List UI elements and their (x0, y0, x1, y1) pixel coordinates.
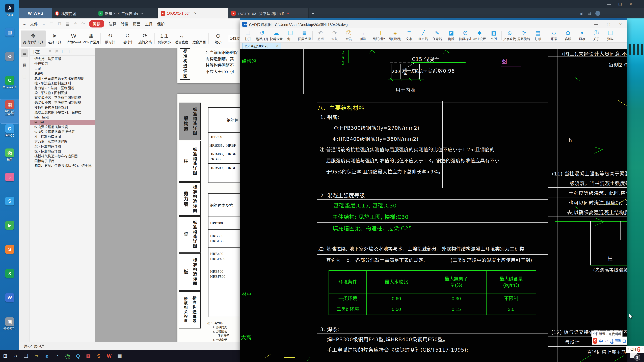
menu-item[interactable]: 保护 (157, 21, 165, 27)
toolbar-button[interactable] (100, 33, 101, 44)
bookmark-item[interactable]: 国标电子书库 (30, 159, 94, 164)
cad-canvas[interactable]: 结构的 材中 大高 250 C15 混凝土 素土夯实压实系数0.96 200 墙… (240, 49, 627, 362)
taskbar-icon[interactable]: ⊞ (0, 350, 10, 362)
save-icon[interactable]: ⊡ (58, 21, 61, 26)
menu-file[interactable]: 文件 (30, 21, 38, 27)
toolbar-button[interactable]: ↻ 顺时针 (102, 32, 119, 44)
menu-read-active[interactable]: 阅读 (89, 20, 104, 27)
cad-toolbar-button[interactable]: ↔ 测量 (356, 30, 370, 41)
toolbar-button[interactable]: ▦ PDF转图片 (82, 32, 100, 44)
cad-toolbar-button[interactable]: Ω 客服 (561, 30, 575, 41)
toolbar-button[interactable] (154, 33, 155, 44)
bookmark-item[interactable]: 剪力墙 - 标准构造详图 (30, 139, 94, 144)
desktop-icon[interactable]: W (0, 292, 19, 317)
bookmark-item[interactable]: 请支持、购买正版 (30, 57, 94, 61)
taskbar-icon[interactable]: ▱ (31, 350, 42, 362)
cad-toolbar-button[interactable]: ❑ 图纸对比 (372, 30, 386, 41)
bookmark-item[interactable]: 剪力墙 - 平法施工图制图规 (30, 86, 94, 91)
taskbar-icon[interactable]: S (94, 350, 104, 362)
desktop-icon[interactable]: ▦ 20#商业180428 (0, 99, 19, 123)
expand-all-icon[interactable]: ⊞ (48, 49, 52, 54)
cad-toolbar-button[interactable]: ▥ 比例 (486, 30, 500, 41)
cad-toolbar-button[interactable]: ∅ 隐藏标注 (458, 30, 472, 41)
zoom-level-box[interactable]: 143.57% ▾ (228, 35, 240, 42)
cad-toolbar-button[interactable]: ◈ 图形识别 (388, 30, 402, 41)
cad-toolbar-button[interactable]: ↺ 最近打开 (255, 30, 269, 41)
cad-toolbar-button[interactable]: ✎ 任意线 (430, 30, 444, 41)
bookmark-item[interactable]: 板 - 标准构造详图 (30, 149, 94, 154)
minimize-icon[interactable]: — (594, 22, 598, 26)
sogou-notification[interactable]: S (630, 353, 640, 361)
cad-toolbar-button[interactable]: ☺ 账号 (547, 30, 561, 41)
cad-toolbar-button[interactable] (371, 31, 371, 40)
menu-item[interactable]: 注释 (109, 21, 116, 27)
wps-home-button[interactable]: W WPS (19, 8, 52, 18)
bookmark-item[interactable]: 总则 - 平面整体表示方法制图规则 (30, 76, 94, 81)
sogou-tray-icon[interactable]: S (638, 347, 640, 352)
toolbar-button[interactable]: ✥ 拖拽平移工具 (21, 30, 46, 46)
sync-icon[interactable]: ▣ (580, 11, 583, 15)
open-icon[interactable]: ❐ (50, 21, 54, 26)
bookmark-item[interactable]: 纵向受拉钢筋搭接长度 (30, 125, 94, 130)
cad-toolbar-button[interactable] (502, 31, 502, 40)
doc-tab-close-icon[interactable]: ✕ (276, 44, 278, 48)
desktop-icon[interactable]: X (0, 268, 19, 292)
maximize-icon[interactable]: ▢ (607, 22, 610, 26)
cad-toolbar-button[interactable]: ✱ 标注设置 (472, 30, 486, 41)
taskbar-icon[interactable]: Q (73, 350, 83, 362)
desktop-icon[interactable]: ♪ (0, 172, 19, 196)
toolbar-button[interactable]: ➤ 选择工具 (46, 32, 63, 44)
desktop-icon[interactable]: Q 腾讯QQ (0, 123, 19, 147)
taskbar-icon[interactable]: ▦ (83, 350, 94, 362)
bookmark-item[interactable]: lab、labE (30, 115, 94, 120)
cad-toolbar-button[interactable] (312, 31, 312, 40)
close-icon[interactable]: ✕ (629, 2, 632, 6)
emoji-icon[interactable]: ☺ (604, 339, 609, 344)
desktop-icon[interactable]: ▤ (0, 27, 19, 51)
toolbar-button[interactable]: W 转为Word (65, 32, 82, 44)
bookmark-item[interactable]: 有梁板楼盖 - 平法施工图制图规 (30, 95, 94, 100)
tab-pdf-active[interactable]: P 16G101-1.pdf ✕ (158, 8, 228, 18)
keyboard-icon[interactable]: ⌨ (615, 339, 621, 344)
cad-toolbar-button[interactable]: ↶ 撤销 (314, 30, 328, 41)
bookmark-item[interactable]: 梁 - 标准构造详图 (30, 144, 94, 149)
bookmark-item[interactable]: 楼板相关构造制图规则 (30, 105, 94, 110)
bookmarks-panel-icon[interactable]: ≣ (21, 49, 28, 57)
add-bookmark-icon[interactable]: ❐ (62, 49, 66, 54)
cad-toolbar-button[interactable]: ❒ 窗口 (283, 30, 297, 41)
close-icon[interactable]: ✕ (619, 22, 622, 26)
menu-item[interactable]: 工具 (145, 21, 152, 27)
tab-pdf-2[interactable]: P 16G101-03...梁平法识图.pdf (228, 8, 308, 18)
maximize-icon[interactable]: ▢ (618, 2, 622, 6)
undo-icon[interactable]: ↶ (74, 21, 77, 26)
toolbar-button[interactable]: ↺ 逆时针 (119, 32, 136, 44)
toolbox-icon[interactable]: ⊞ (622, 339, 626, 344)
taskbar-icon[interactable]: e (42, 350, 52, 362)
cad-toolbar-button[interactable]: ❐ 打开 (241, 30, 255, 41)
toolbar-button[interactable]: ↔ 适合宽度 (173, 32, 190, 44)
bookmark-item[interactable]: 楼板相关构造 - 标准构造详图 (30, 154, 94, 159)
taskbar-icon[interactable]: ◔ (52, 350, 62, 362)
cad-toolbar-button[interactable]: ❏ 资料 (603, 30, 617, 41)
bookmark-item[interactable]: 侵权追究 (30, 61, 94, 66)
cad-toolbar-button[interactable]: ↷ 恢复 (328, 30, 342, 41)
toolbar-button[interactable]: 1:1 实际大小 (156, 32, 173, 44)
taskbar-icon[interactable]: 微 (62, 350, 73, 362)
toolbar-button[interactable]: ◫ 适合页面 (190, 32, 208, 44)
voice-input-icon[interactable] (611, 339, 613, 343)
desktop-icon[interactable]: ▶ (0, 220, 19, 244)
new-tab-button[interactable]: + (308, 8, 317, 18)
bookmark-item[interactable]: la、laE (30, 120, 94, 125)
bookmark-item[interactable]: 梁 - 平法施工图制图规 (30, 91, 94, 95)
bookmark-item[interactable]: 柱 - 标准构造详图 (30, 134, 94, 139)
cad-toolbar-button[interactable] (546, 31, 546, 40)
cad-toolbar-button[interactable]: ⟳ 屏幕旋转 (517, 30, 531, 41)
tab-docer-store[interactable]: 稻 稻壳商城 (52, 8, 96, 18)
language-indicator[interactable]: CH (630, 347, 636, 352)
toolbar-button[interactable] (64, 33, 64, 44)
ime-toolbar[interactable]: S 中 ☺ ⌨ ⊞ (592, 337, 627, 345)
thumbnails-icon[interactable]: ▦ (21, 61, 28, 68)
bookmark-item[interactable]: 无梁板楼盖 - 平法施工图制图规 (30, 100, 94, 105)
toolbar-button[interactable]: ⟳ 旋转文档 (136, 32, 154, 44)
cad-toolbar-button[interactable]: ⓘ 关于 (589, 30, 603, 41)
